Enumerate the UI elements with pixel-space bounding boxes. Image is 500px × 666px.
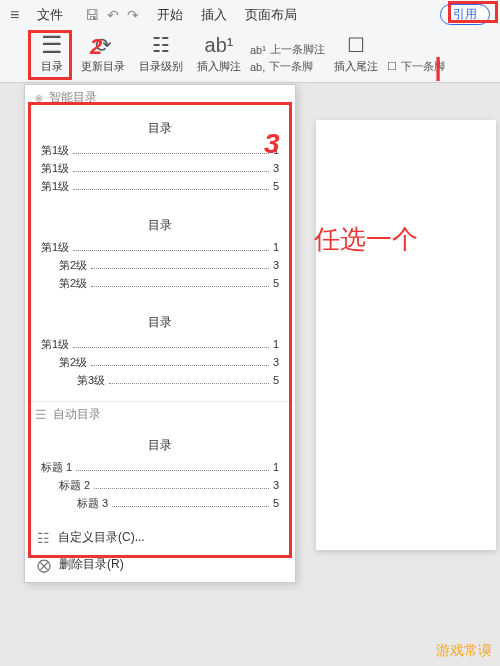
auto-icon: ☰: [35, 407, 47, 422]
save-icon[interactable]: 🖫: [85, 7, 99, 23]
toc-line: 第2级3: [41, 258, 279, 273]
toc-sample-title: 目录: [41, 120, 279, 137]
watermark: 游戏常谟: [436, 642, 492, 660]
menu-file[interactable]: 文件: [37, 6, 63, 24]
custom-icon: ☷: [37, 530, 50, 546]
insert-footnote-button[interactable]: ab¹ 插入脚注: [192, 33, 246, 74]
toc-line: 第1级1: [41, 143, 279, 158]
annotation-step2: 2: [90, 34, 102, 60]
endnote-icon: ☐: [347, 33, 365, 57]
hamburger-icon[interactable]: ≡: [10, 6, 19, 24]
footnote-nav-group: ab¹上一条脚注 ab,下一条脚: [250, 42, 325, 74]
section-auto-toc: ☰ 自动目录: [25, 401, 295, 427]
toc-line: 第2级3: [41, 355, 279, 370]
tab-insert[interactable]: 插入: [201, 6, 227, 24]
annotation-mark: |: [434, 52, 441, 83]
toc-sample-1[interactable]: 目录 第1级1第1级3第1级5: [25, 110, 295, 207]
toc-label: 目录: [41, 59, 63, 74]
remove-icon: ⨂: [37, 557, 51, 573]
section-smart-label: 智能目录: [49, 89, 97, 106]
tab-start[interactable]: 开始: [157, 6, 183, 24]
toc-line: 第2级5: [41, 276, 279, 291]
next-footnote-button-a[interactable]: ab,下一条脚: [250, 59, 325, 74]
toc-line: 第1级1: [41, 240, 279, 255]
redo-icon[interactable]: ↷: [127, 7, 139, 23]
toc-line: 第1级5: [41, 179, 279, 194]
section-smart-toc: ⎈ 智能目录: [25, 85, 295, 110]
menubar: ≡ 文件 🖫 ↶ ↷ 开始 插入 页面布局 引用: [0, 0, 500, 29]
smart-icon: ⎈: [35, 90, 43, 105]
undo-icon[interactable]: ↶: [107, 7, 119, 23]
toc-icon: ☰: [41, 33, 63, 57]
remove-toc-item[interactable]: ⨂ 删除目录(R): [25, 551, 295, 578]
update-toc-button[interactable]: ⟳ 更新目录: [76, 33, 130, 74]
toc-line: 第3级5: [41, 373, 279, 388]
toc-sample-2[interactable]: 目录 第1级1第2级3第2级5: [25, 207, 295, 304]
custom-toc-label: 自定义目录(C)...: [58, 529, 145, 546]
quick-access: 🖫 ↶ ↷: [85, 7, 139, 23]
toc-sample-title: 目录: [41, 437, 279, 454]
toc-sample-3[interactable]: 目录 第1级1第2级3第3级5: [25, 304, 295, 401]
annotation-step3: 3: [264, 128, 280, 160]
toc-dropdown: ⎈ 智能目录 目录 第1级1第1级3第1级5 目录 第1级1第2级3第2级5 目…: [24, 84, 296, 583]
prev-footnote-button[interactable]: ab¹上一条脚注: [250, 42, 325, 57]
toc-sample-title: 目录: [41, 314, 279, 331]
footnote-icon: ab¹: [205, 33, 234, 57]
toc-line: 第1级1: [41, 337, 279, 352]
annotation-choose-one: 任选一个: [314, 222, 418, 257]
list-icon: ☷: [152, 33, 170, 57]
tab-pagelayout[interactable]: 页面布局: [245, 6, 297, 24]
toc-sample-title: 目录: [41, 217, 279, 234]
document-page: [316, 120, 496, 550]
tab-references[interactable]: 引用: [440, 4, 490, 25]
toc-level-label: 目录级别: [139, 59, 183, 74]
toc-button[interactable]: ☰ 目录: [32, 33, 72, 74]
toc-line: 标题 35: [41, 496, 279, 511]
update-toc-label: 更新目录: [81, 59, 125, 74]
section-auto-label: 自动目录: [53, 406, 101, 423]
toc-line: 第1级3: [41, 161, 279, 176]
insert-footnote-label: 插入脚注: [197, 59, 241, 74]
toc-line: 标题 23: [41, 478, 279, 493]
toc-auto-sample[interactable]: 目录 标题 11标题 23标题 35: [25, 427, 295, 524]
insert-endnote-label: 插入尾注: [334, 59, 378, 74]
toc-level-button[interactable]: ☷ 目录级别: [134, 33, 188, 74]
toc-line: 标题 11: [41, 460, 279, 475]
remove-toc-label: 删除目录(R): [59, 556, 124, 573]
custom-toc-item[interactable]: ☷ 自定义目录(C)...: [25, 524, 295, 551]
insert-endnote-button[interactable]: ☐ 插入尾注: [329, 33, 383, 74]
ribbon: ☰ 目录 ⟳ 更新目录 ☷ 目录级别 ab¹ 插入脚注 ab¹上一条脚注 ab,…: [0, 29, 500, 83]
